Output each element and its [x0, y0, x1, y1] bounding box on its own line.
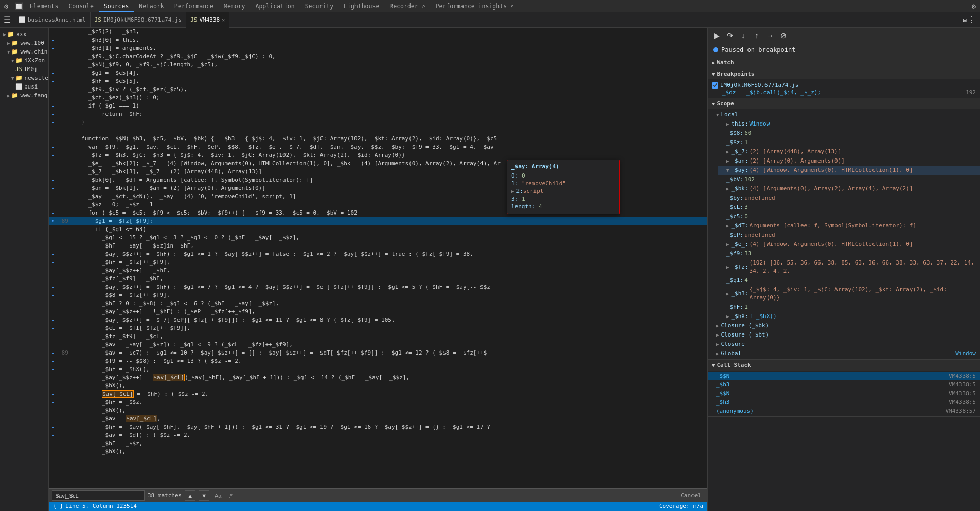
- breakpoint-col[interactable]: -: [49, 431, 57, 439]
- breakpoint-col[interactable]: -: [49, 234, 57, 242]
- deactivate-btn[interactable]: ⊘: [778, 30, 789, 41]
- search-input[interactable]: [52, 490, 145, 501]
- breakpoint-col[interactable]: -: [49, 168, 57, 176]
- breakpoint-col[interactable]: -: [49, 374, 57, 382]
- breakpoint-col[interactable]: -: [49, 151, 57, 160]
- more-options-icon[interactable]: ⋮: [968, 15, 976, 25]
- settings-icon[interactable]: ⚙: [968, 0, 980, 12]
- callstack-item-1[interactable]: _$h3 VM4338:5: [708, 380, 980, 389]
- breakpoint-col[interactable]: -: [49, 225, 57, 234]
- file-tab-1[interactable]: JS IM0jQktM6FSQ.6771a74.js: [91, 12, 187, 28]
- search-cancel-btn[interactable]: Cancel: [678, 491, 704, 499]
- breakpoint-col[interactable]: -: [49, 407, 57, 415]
- search-prev-btn[interactable]: ▲: [185, 490, 195, 501]
- breakpoint-col[interactable]: -: [49, 242, 57, 250]
- scope-sbk[interactable]: ▶ _$bk: (4) [Arguments(0), Array(2), Arr…: [718, 184, 980, 193]
- callstack-section-header[interactable]: ▼ Call Stack: [708, 360, 980, 371]
- breakpoint-col[interactable]: -: [49, 102, 57, 110]
- sidebar-item-www100[interactable]: ▶ 📁 www.100: [0, 39, 48, 47]
- breakpoint-col[interactable]: -: [49, 398, 57, 407]
- breakpoint-checkbox[interactable]: [712, 82, 718, 89]
- breakpoint-col[interactable]: -: [49, 308, 57, 316]
- scope-sfz[interactable]: ▶ _$fz: (102) [36, 55, 36, 66, 38, 85, 6…: [718, 258, 980, 276]
- breakpoint-col[interactable]: ➤: [49, 217, 57, 225]
- breakpoint-col[interactable]: -: [49, 423, 57, 431]
- panel-split-icon[interactable]: ⊟: [963, 16, 967, 24]
- callstack-item-0[interactable]: _$$N VM4338:5: [708, 372, 980, 380]
- scope-section-header[interactable]: ▼ Scope: [708, 98, 980, 109]
- breakpoint-col[interactable]: -: [49, 201, 57, 209]
- breakpoint-col[interactable]: -: [49, 77, 57, 85]
- breakpoint-col[interactable]: -: [49, 316, 57, 324]
- breakpoint-col[interactable]: -: [49, 267, 57, 275]
- sidebar-item-im0j[interactable]: JS IM0j: [0, 65, 48, 74]
- scope-san[interactable]: ▶ _$an: (2) [Array(0), Arguments(0)]: [718, 156, 980, 166]
- scope-se[interactable]: ▶ _$e_: (4) [Window, Arguments(0), HTMLC…: [718, 240, 980, 249]
- sidebar-item-ixkzon[interactable]: ▼ 📁 iXkZon: [0, 56, 48, 65]
- breakpoints-section-header[interactable]: ▼ Breakpoints: [708, 68, 980, 79]
- search-next-btn[interactable]: ▼: [199, 490, 209, 501]
- file-tab-0[interactable]: ⬜ businessAnnc.html: [14, 12, 91, 28]
- callstack-item-4[interactable]: (anonymous) VM4338:57: [708, 407, 980, 415]
- breakpoint-col[interactable]: -: [49, 143, 57, 151]
- local-scope-header[interactable]: ▼ Local: [708, 110, 980, 119]
- tab-performance[interactable]: Performance: [169, 0, 219, 12]
- scope-say[interactable]: ▼ _$ay: (4) [Window, Arguments(0), HTMLC…: [718, 166, 980, 175]
- step-over-btn[interactable]: ↷: [724, 30, 736, 41]
- scope-sdt[interactable]: ▶ _$dT: Arguments [callee: f, Symbol(Sym…: [718, 221, 980, 231]
- sidebar-item-wwwchin[interactable]: ▼ 📁 www.chin: [0, 47, 48, 56]
- breakpoint-col[interactable]: -: [49, 61, 57, 69]
- breakpoint-col[interactable]: -: [49, 283, 57, 291]
- breakpoint-col[interactable]: -: [49, 299, 57, 308]
- close-tab-btn[interactable]: ✕: [222, 17, 225, 23]
- step-btn[interactable]: →: [764, 30, 776, 41]
- breakpoint-col[interactable]: -: [49, 160, 57, 168]
- closure-plain[interactable]: ▶ Closure: [708, 340, 980, 349]
- breakpoint-col[interactable]: -: [49, 52, 57, 61]
- breakpoint-col[interactable]: -: [49, 250, 57, 258]
- breakpoint-col[interactable]: -: [49, 85, 57, 94]
- tab-network[interactable]: Network: [134, 0, 169, 12]
- breakpoint-col[interactable]: -: [49, 439, 57, 448]
- step-out-btn[interactable]: ↑: [751, 30, 762, 41]
- file-tab-2[interactable]: JS VM4338 ✕: [186, 12, 229, 28]
- breakpoint-col[interactable]: -: [49, 332, 57, 341]
- tab-recorder[interactable]: Recorder ⌕: [384, 0, 430, 12]
- inspect-icon[interactable]: 🔲: [12, 0, 25, 12]
- breakpoint-col[interactable]: -: [49, 415, 57, 423]
- breakpoint-col[interactable]: -: [49, 94, 57, 102]
- tab-application[interactable]: Application: [251, 0, 300, 12]
- breakpoint-col[interactable]: -: [49, 390, 57, 398]
- scope-shx[interactable]: ▶ _$hX: f _$hX(): [718, 312, 980, 321]
- breakpoint-col[interactable]: -: [49, 291, 57, 299]
- breakpoint-col[interactable]: -: [49, 69, 57, 77]
- devtools-icon[interactable]: ⚙: [0, 0, 12, 12]
- breakpoint-col[interactable]: -: [49, 258, 57, 267]
- match-case-btn[interactable]: Aa: [212, 492, 223, 499]
- breakpoint-col[interactable]: -: [49, 44, 57, 52]
- sidebar-item-xxx[interactable]: ▶ 📁 xxx: [0, 30, 48, 39]
- scope-global[interactable]: ▶ Global Window: [708, 349, 980, 358]
- breakpoint-col[interactable]: -: [49, 36, 57, 44]
- breakpoint-col[interactable]: -: [49, 382, 57, 390]
- code-editor[interactable]: - _$c5(2) = _$h3, - _$h3[0] = this, - _$…: [49, 28, 707, 488]
- tab-perf-insights[interactable]: Performance insights ⌕: [431, 0, 519, 12]
- breakpoint-col[interactable]: -: [49, 341, 57, 349]
- breakpoint-col[interactable]: -: [49, 184, 57, 192]
- breakpoint-col[interactable]: -: [49, 209, 57, 217]
- tab-lighthouse[interactable]: Lighthouse: [338, 0, 384, 12]
- breakpoint-col[interactable]: -: [49, 349, 57, 357]
- breakpoint-col[interactable]: -: [49, 176, 57, 184]
- tab-security[interactable]: Security: [300, 0, 338, 12]
- breakpoint-col[interactable]: -: [49, 110, 57, 118]
- tab-console[interactable]: Console: [63, 0, 98, 12]
- watch-section-header[interactable]: ▶ Watch: [708, 57, 980, 68]
- scope-this[interactable]: ▶ this: Window: [718, 119, 980, 129]
- breakpoint-col[interactable]: -: [49, 127, 57, 135]
- breakpoint-col[interactable]: -: [49, 365, 57, 374]
- breakpoint-col[interactable]: -: [49, 448, 57, 456]
- panel-scroll-area[interactable]: ▶ Watch ▼ Breakpoints IM0jQktM6FSQ.6771a…: [708, 57, 980, 511]
- callstack-item-3[interactable]: _$h3 VM4338:5: [708, 398, 980, 407]
- closure-sbt[interactable]: ▶ Closure (_$bt): [708, 330, 980, 340]
- breakpoint-col[interactable]: -: [49, 357, 57, 365]
